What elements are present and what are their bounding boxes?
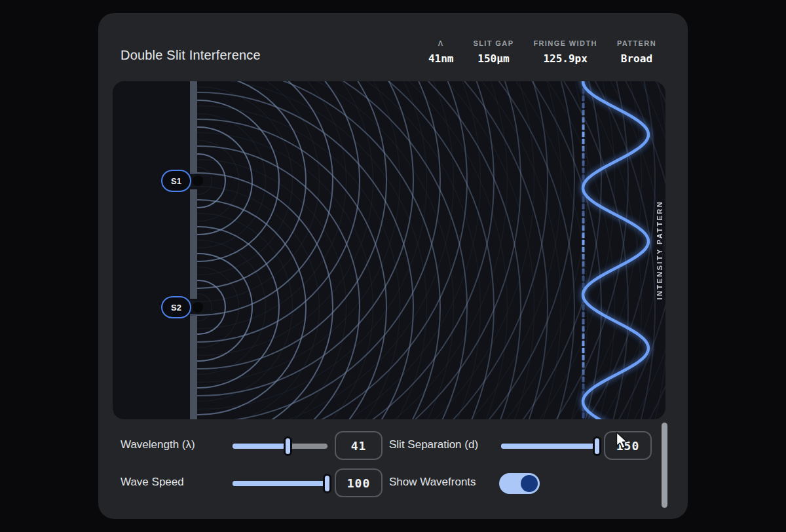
intensity-pattern-caption: INTENSITY PATTERN [656, 200, 664, 299]
slit-separation-slider-fill [501, 444, 597, 449]
wave-canvas-svg [113, 81, 665, 419]
wave-speed-slider-thumb[interactable] [323, 474, 331, 493]
mouse-cursor [616, 432, 630, 451]
slit-s1-label: S1 [171, 176, 181, 186]
stat-wavelength-label: Λ [438, 39, 444, 47]
stat-slit-gap: SLIT GAP 150µm [473, 39, 514, 65]
stat-fringe-width-value: 125.9px [543, 52, 587, 65]
wavelength-slider[interactable] [233, 436, 328, 456]
slit-s1-badge: S1 [161, 170, 191, 192]
slit-separation-label: Slit Separation (d) [389, 438, 478, 451]
stat-slit-gap-value: 150µm [477, 52, 509, 65]
stat-fringe-width-label: FRINGE WIDTH [533, 39, 597, 47]
slit-separation-slider-thumb[interactable] [593, 436, 601, 456]
wave-speed-value: 100 [347, 476, 371, 490]
stat-pattern-label: PATTERN [617, 39, 656, 47]
wavelength-slider-thumb[interactable] [284, 436, 292, 456]
wave-speed-value-box[interactable]: 100 [335, 468, 383, 497]
wavelength-value-box[interactable]: 41 [335, 431, 383, 460]
slit-s2-label: S2 [171, 303, 181, 313]
slit-separation-slider[interactable] [501, 436, 597, 456]
wave-speed-slider-fill [233, 481, 328, 486]
slit-s2-badge: S2 [161, 296, 191, 318]
show-wavefronts-toggle-knob [521, 475, 538, 492]
wavelength-label: Wavelength (λ) [121, 438, 195, 451]
simulation-canvas: S1 S2 INTENSITY PATTERN [113, 81, 665, 419]
stat-wavelength-value: 41nm [428, 52, 454, 65]
controls-scrollbar[interactable] [662, 423, 667, 508]
stat-pattern-value: Broad [621, 52, 652, 65]
show-wavefronts-toggle[interactable] [499, 473, 540, 494]
app-window: Double Slit Interference Λ 41nm SLIT GAP… [98, 13, 688, 519]
stat-slit-gap-label: SLIT GAP [473, 39, 514, 47]
wave-speed-slider[interactable] [233, 474, 328, 493]
wavelength-slider-fill [233, 444, 288, 449]
stat-fringe-width: FRINGE WIDTH 125.9px [533, 39, 597, 65]
stat-pattern: PATTERN Broad [617, 39, 656, 65]
wave-speed-label: Wave Speed [121, 476, 184, 489]
header-stats: Λ 41nm SLIT GAP 150µm FRINGE WIDTH 125.9… [428, 39, 656, 65]
page-title: Double Slit Interference [121, 48, 261, 63]
show-wavefronts-label: Show Wavefronts [389, 476, 476, 489]
wavelength-value: 41 [351, 439, 367, 453]
stat-wavelength: Λ 41nm [428, 39, 454, 65]
